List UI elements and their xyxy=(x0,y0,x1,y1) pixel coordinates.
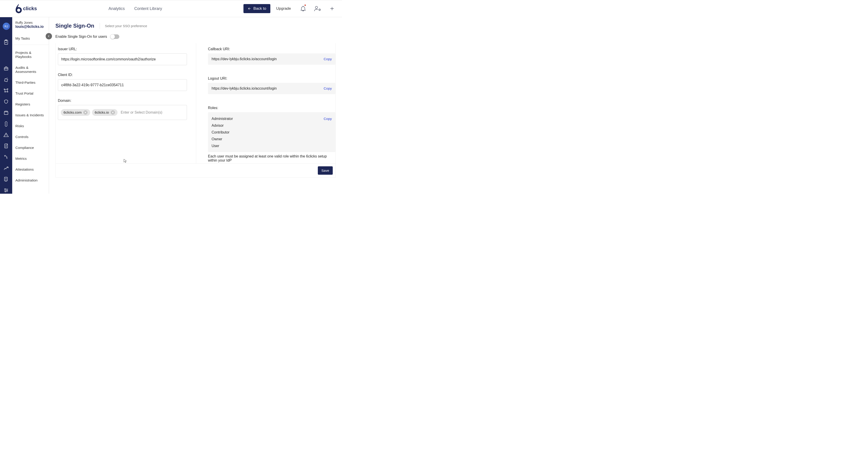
top-nav: Analytics Content Library xyxy=(108,6,162,11)
rail-controls-icon[interactable] xyxy=(3,143,9,149)
notifications-button[interactable] xyxy=(300,5,307,12)
domain-tag-label: 6clicks.io xyxy=(95,110,109,115)
sidebar: RJ Ruffy Jones louis@6clicks.io My Tasks… xyxy=(12,17,49,194)
callback-uri-box: https://dev-lykbju.6clicks.io/account/lo… xyxy=(208,53,336,65)
svg-rect-5 xyxy=(4,67,8,70)
copy-callback-button[interactable]: Copy xyxy=(324,57,332,61)
close-icon xyxy=(84,111,87,114)
avatar[interactable]: RJ xyxy=(3,23,10,30)
logout-uri-box: https://dev-lykbju.6clicks.io/account/lo… xyxy=(208,83,336,94)
callback-uri-value: https://dev-lykbju.6clicks.io/account/lo… xyxy=(212,57,277,61)
client-id-label: Client ID: xyxy=(58,73,187,77)
rail-metrics-icon[interactable] xyxy=(3,165,9,172)
svg-point-7 xyxy=(7,89,8,90)
sidebar-item-attestations[interactable]: Attestations xyxy=(12,168,49,172)
roles-label: Roles: xyxy=(208,106,336,110)
sidebar-item-metrics[interactable]: Metrics xyxy=(12,156,49,161)
add-button[interactable] xyxy=(329,5,336,12)
roles-note: Each user must be assigned at least one … xyxy=(208,154,336,163)
rail-attestations-icon[interactable] xyxy=(3,176,9,182)
notification-dot-icon xyxy=(305,4,306,6)
roles-box: Administrator Copy Advisor Contributor O… xyxy=(208,112,336,152)
sidebar-item-issues[interactable]: Issues & Incidents xyxy=(12,113,49,117)
rail-risks-icon[interactable] xyxy=(3,132,9,138)
rail-compliance-icon[interactable] xyxy=(3,154,9,161)
close-icon xyxy=(112,111,114,114)
svg-rect-12 xyxy=(4,177,7,181)
upgrade-button[interactable]: Upgrade xyxy=(276,6,291,11)
rail-trustportal-icon[interactable] xyxy=(3,98,9,105)
domain-label: Domain: xyxy=(58,99,187,103)
sidebar-item-my-tasks[interactable]: My Tasks xyxy=(12,31,49,45)
save-button[interactable]: Save xyxy=(318,166,333,175)
user-email: louis@6clicks.io xyxy=(16,25,46,29)
sidebar-item-projects[interactable]: Projects & Playbooks xyxy=(12,51,49,59)
rail-tasks-icon[interactable] xyxy=(3,39,9,46)
back-button[interactable]: Back to xyxy=(243,4,270,13)
issuer-url-input[interactable] xyxy=(58,53,187,65)
main: Single Sign-On Select your SSO preferenc… xyxy=(49,17,342,194)
rail-projects-icon[interactable] xyxy=(3,65,9,72)
copy-roles-button[interactable]: Copy xyxy=(324,117,332,121)
page-title: Single Sign-On xyxy=(55,23,94,29)
role-item: Owner xyxy=(212,137,222,141)
domain-tag-label: 6clicks.com xyxy=(64,110,82,115)
rail-registers-icon[interactable] xyxy=(3,109,9,116)
icon-rail xyxy=(0,17,12,194)
role-item: Contributor xyxy=(212,130,229,135)
rail-thirdparties-icon[interactable] xyxy=(3,87,9,94)
user-name: Ruffy Jones xyxy=(16,21,46,24)
role-item: Advisor xyxy=(212,123,223,127)
role-item: User xyxy=(212,144,219,148)
svg-point-14 xyxy=(7,190,8,191)
user-gear-icon xyxy=(314,5,321,12)
arrow-left-icon xyxy=(248,7,251,10)
logo[interactable]: clicks xyxy=(0,3,49,14)
svg-point-1 xyxy=(315,6,318,8)
sidebar-item-trustportal[interactable]: Trust Portal xyxy=(12,91,49,95)
topbar: clicks Analytics Content Library Back to… xyxy=(0,0,342,17)
client-id-input[interactable] xyxy=(58,79,187,91)
sidebar-item-administration[interactable]: Administration xyxy=(12,178,49,182)
rail-audits-icon[interactable] xyxy=(3,76,9,83)
enable-sso-toggle[interactable] xyxy=(110,34,119,39)
user-block: Ruffy Jones louis@6clicks.io xyxy=(12,17,49,31)
sidebar-item-audits[interactable]: Audits & Assessments xyxy=(12,66,49,74)
back-button-label: Back to xyxy=(253,6,266,11)
svg-point-8 xyxy=(4,91,5,92)
sidebar-item-controls[interactable]: Controls xyxy=(12,135,49,139)
domain-placeholder: Enter or Select Domain(s) xyxy=(119,110,162,115)
logo-text: clicks xyxy=(23,6,37,11)
svg-point-15 xyxy=(5,191,6,192)
nav-analytics[interactable]: Analytics xyxy=(108,6,125,11)
remove-tag-button[interactable] xyxy=(84,110,88,115)
svg-point-2 xyxy=(319,9,320,10)
domain-input[interactable]: 6clicks.com 6clicks.io xyxy=(58,105,187,120)
rail-issues-icon[interactable] xyxy=(3,120,9,127)
domain-tag: 6clicks.com xyxy=(61,109,90,116)
svg-point-9 xyxy=(7,91,8,92)
rail-administration-icon[interactable] xyxy=(3,187,9,194)
sidebar-item-risks[interactable]: Risks xyxy=(12,124,49,128)
svg-point-6 xyxy=(4,89,5,90)
svg-point-0 xyxy=(17,8,20,12)
copy-logout-button[interactable]: Copy xyxy=(324,86,332,90)
issuer-url-label: Issuer URL: xyxy=(58,47,187,51)
role-item: Administrator xyxy=(212,117,233,121)
sso-panel: Issuer URL: Client ID: Domain: 6clicks.c… xyxy=(55,43,336,178)
plus-icon xyxy=(330,6,335,11)
sidebar-item-compliance[interactable]: Compliance xyxy=(12,146,49,150)
page-subtitle: Select your SSO preference xyxy=(100,23,147,29)
svg-rect-10 xyxy=(4,112,8,115)
sidebar-item-registers[interactable]: Registers xyxy=(12,102,49,106)
svg-point-13 xyxy=(4,189,5,190)
domain-tag: 6clicks.io xyxy=(92,109,118,116)
sidebar-item-thirdparties[interactable]: Third-Parties xyxy=(12,81,49,85)
nav-content-library[interactable]: Content Library xyxy=(134,6,162,11)
logout-uri-label: Logout URI: xyxy=(208,77,336,81)
callback-uri-label: Callback URI: xyxy=(208,47,336,51)
logout-uri-value: https://dev-lykbju.6clicks.io/account/lo… xyxy=(212,86,277,90)
enable-sso-label: Enable Single Sign-On for users xyxy=(55,35,107,39)
user-settings-button[interactable] xyxy=(314,5,321,12)
remove-tag-button[interactable] xyxy=(111,110,115,115)
